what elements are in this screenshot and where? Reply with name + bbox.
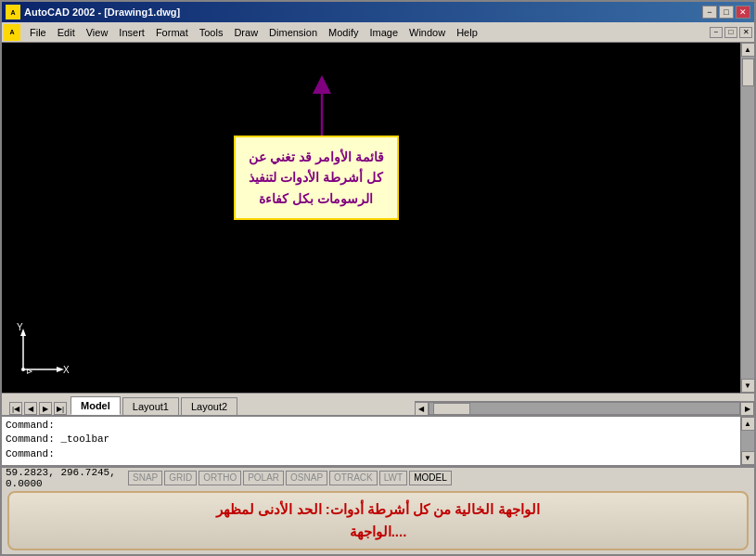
tab-navigation: |◀ ◀ ▶ ▶|	[9, 402, 67, 415]
menu-file[interactable]: File	[24, 25, 52, 40]
menu-format[interactable]: Format	[150, 25, 194, 40]
menu-maximize-button[interactable]: □	[724, 27, 737, 38]
window-title: AutoCAD 2002 - [Drawing1.dwg]	[24, 6, 180, 18]
model-button[interactable]: MODEL	[409, 471, 452, 485]
scroll-thumb[interactable]	[742, 58, 754, 86]
cmd-scroll-track[interactable]	[741, 431, 754, 451]
horizontal-scrollbar[interactable]: ◀ ▶	[415, 401, 755, 415]
bottom-annotation-line1: الواجهة الخالية من كل أشرطة أدوات: الحد …	[19, 498, 737, 521]
tooltip-line3: الرسومات بكل كفاءة	[249, 188, 384, 209]
tooltip-line1: قائمة الأوامر قد تغني عن	[249, 147, 384, 167]
tab-last-button[interactable]: ▶|	[54, 402, 67, 415]
menu-draw[interactable]: Draw	[228, 25, 263, 40]
tab-layout1[interactable]: Layout1	[122, 397, 179, 415]
svg-text:⊳: ⊳	[26, 367, 33, 376]
svg-point-7	[21, 368, 25, 371]
status-bar: 59.2823, 296.7245, 0.0000 SNAP GRID ORTH…	[2, 467, 754, 487]
command-line-2: Command: _toolbar	[6, 433, 737, 446]
tab-bar: |◀ ◀ ▶ ▶| Model Layout1 Layout2 ◀ ▶	[2, 393, 754, 415]
cmd-scroll-up[interactable]: ▲	[741, 417, 755, 431]
bottom-annotation-line2: ....الواجهة	[19, 521, 737, 543]
main-window: A AutoCAD 2002 - [Drawing1.dwg] − □ ✕ A …	[0, 0, 756, 556]
menu-edit[interactable]: Edit	[52, 25, 81, 40]
menu-tools[interactable]: Tools	[194, 25, 229, 40]
command-scrollbar[interactable]: ▲ ▼	[740, 417, 754, 465]
tab-layout2[interactable]: Layout2	[181, 397, 237, 415]
bottom-annotation: الواجهة الخالية من كل أشرطة أدوات: الحد …	[7, 491, 749, 550]
vertical-scrollbar[interactable]: ▲ ▼	[740, 43, 754, 393]
polar-button[interactable]: POLAR	[243, 471, 284, 485]
menu-minimize-button[interactable]: −	[710, 27, 723, 38]
command-line-1: Command:	[6, 419, 737, 433]
command-text-area[interactable]: Command: Command: _toolbar Command:	[2, 417, 740, 465]
command-line-3: Command:	[6, 447, 737, 461]
menu-help[interactable]: Help	[451, 25, 483, 40]
snap-button[interactable]: SNAP	[128, 471, 162, 485]
coordinates-display: 59.2823, 296.7245, 0.0000	[6, 467, 126, 489]
tooltip-annotation: قائمة الأوامر قد تغني عن كل أشرطة الأدوا…	[234, 136, 399, 220]
otrack-button[interactable]: OTRACK	[329, 471, 378, 485]
menu-image[interactable]: Image	[364, 25, 404, 40]
menu-window-controls: − □ ✕	[710, 27, 752, 38]
grid-button[interactable]: GRID	[164, 471, 197, 485]
app-icon: A	[6, 5, 20, 19]
hscroll-track[interactable]	[429, 402, 741, 415]
maximize-button[interactable]: □	[719, 6, 734, 19]
minimize-button[interactable]: −	[702, 6, 717, 19]
window-controls: − □ ✕	[702, 6, 750, 19]
svg-text:X: X	[63, 365, 70, 375]
drawing-canvas[interactable]: ▲ ▼ قائمة الأوامر قد تغني عن كل أشرطة ال…	[2, 43, 754, 393]
scroll-track[interactable]	[741, 57, 754, 379]
scroll-down-button[interactable]: ▼	[741, 379, 755, 393]
menu-insert[interactable]: Insert	[113, 25, 150, 40]
menu-bar: A File Edit View Insert Format Tools Dra…	[2, 22, 754, 43]
svg-text:Y: Y	[17, 323, 23, 332]
menu-close-button[interactable]: ✕	[739, 27, 752, 38]
menu-app-icon: A	[4, 24, 20, 41]
menu-window[interactable]: Window	[404, 25, 451, 40]
tab-scroll-section: |◀ ◀ ▶ ▶| Model Layout1 Layout2 ◀ ▶	[2, 393, 754, 415]
command-area: Command: Command: _toolbar Command: ▲ ▼	[2, 415, 754, 467]
tab-list: Model Layout1 Layout2	[70, 396, 411, 415]
hscroll-thumb[interactable]	[433, 403, 470, 415]
cmd-scroll-down[interactable]: ▼	[741, 451, 755, 465]
menu-view[interactable]: View	[81, 25, 114, 40]
tab-model[interactable]: Model	[70, 396, 121, 415]
tooltip-line2: كل أشرطة الأدوات لتنفيذ	[249, 167, 384, 187]
scroll-up-button[interactable]: ▲	[741, 43, 755, 57]
ortho-button[interactable]: ORTHO	[199, 471, 241, 485]
hscroll-left-button[interactable]: ◀	[415, 402, 429, 416]
hscroll-right-button[interactable]: ▶	[740, 402, 754, 416]
axis-indicator: Y X ⊳	[9, 323, 74, 379]
main-content-area: ▲ ▼ قائمة الأوامر قد تغني عن كل أشرطة ال…	[2, 43, 754, 554]
tab-first-button[interactable]: |◀	[9, 402, 22, 415]
title-bar: A AutoCAD 2002 - [Drawing1.dwg] − □ ✕	[2, 2, 754, 22]
close-button[interactable]: ✕	[736, 6, 750, 19]
lwt-button[interactable]: LWT	[379, 471, 407, 485]
tab-next-button[interactable]: ▶	[39, 402, 52, 415]
tab-prev-button[interactable]: ◀	[24, 402, 37, 415]
osnap-button[interactable]: OSNAP	[286, 471, 327, 485]
menu-dimension[interactable]: Dimension	[263, 25, 323, 40]
menu-modify[interactable]: Modify	[323, 25, 364, 40]
